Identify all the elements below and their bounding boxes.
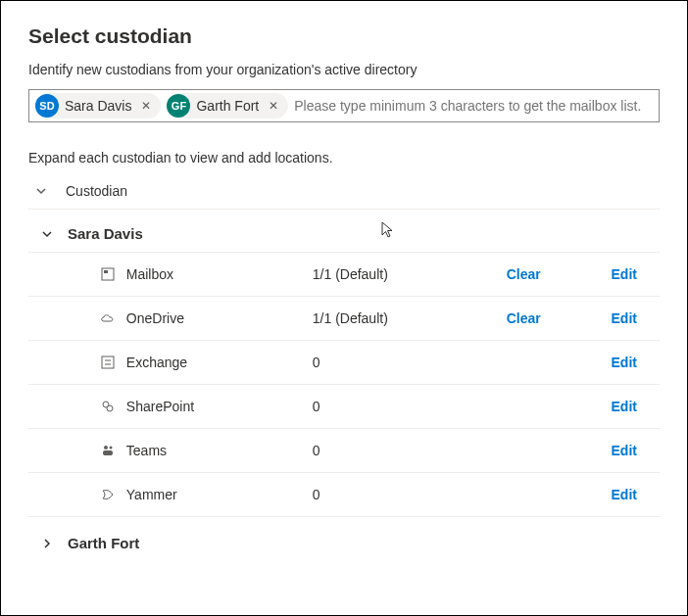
mailbox-icon xyxy=(99,267,117,281)
svg-point-6 xyxy=(109,447,112,450)
yammer-icon xyxy=(99,488,117,501)
expand-hint: Expand each custodian to view and add lo… xyxy=(28,150,660,166)
cursor-icon xyxy=(381,221,395,242)
onedrive-icon xyxy=(99,312,117,324)
svg-rect-7 xyxy=(103,450,113,455)
custodian-name: Garth Fort xyxy=(68,535,139,551)
location-label: SharePoint xyxy=(126,399,313,414)
location-count: 1/1 (Default) xyxy=(313,310,507,326)
page-title: Select custodian xyxy=(28,24,660,48)
column-header-custodian: Custodian xyxy=(66,183,127,199)
edit-button[interactable]: Edit xyxy=(612,310,660,326)
svg-rect-0 xyxy=(102,268,114,280)
edit-button[interactable]: Edit xyxy=(612,443,660,458)
custodian-chip[interactable]: GF Garth Fort ✕ xyxy=(167,93,288,118)
svg-rect-2 xyxy=(102,356,114,368)
svg-rect-1 xyxy=(104,270,108,273)
close-icon[interactable]: ✕ xyxy=(137,99,155,113)
location-label: Yammer xyxy=(126,487,313,502)
location-row-teams: Teams 0 Edit xyxy=(28,429,660,473)
custodian-row-sara-davis[interactable]: Sara Davis xyxy=(28,210,660,253)
chevron-down-icon[interactable] xyxy=(34,184,48,198)
close-icon[interactable]: ✕ xyxy=(265,99,282,113)
location-count: 0 xyxy=(313,487,507,502)
custodian-search-box[interactable]: SD Sara Davis ✕ GF Garth Fort ✕ xyxy=(28,89,660,122)
location-count: 0 xyxy=(313,355,507,370)
location-row-sharepoint: SharePoint 0 Edit xyxy=(28,385,660,429)
svg-point-4 xyxy=(107,405,113,411)
avatar: GF xyxy=(167,94,190,118)
sharepoint-icon xyxy=(99,400,117,413)
location-row-yammer: Yammer 0 Edit xyxy=(28,473,660,517)
location-label: Teams xyxy=(126,443,313,458)
location-label: Exchange xyxy=(126,355,313,370)
location-row-onedrive: OneDrive 1/1 (Default) Clear Edit xyxy=(28,297,660,341)
teams-icon xyxy=(99,444,117,457)
location-label: Mailbox xyxy=(126,266,313,282)
table-header: Custodian xyxy=(28,183,660,210)
location-count: 0 xyxy=(313,443,507,458)
clear-button[interactable]: Clear xyxy=(507,266,612,282)
location-label: OneDrive xyxy=(126,310,313,326)
edit-button[interactable]: Edit xyxy=(612,266,660,282)
location-row-mailbox: Mailbox 1/1 (Default) Clear Edit xyxy=(28,253,660,297)
edit-button[interactable]: Edit xyxy=(612,487,660,502)
edit-button[interactable]: Edit xyxy=(612,355,660,370)
location-count: 1/1 (Default) xyxy=(313,266,507,282)
edit-button[interactable]: Edit xyxy=(612,399,660,414)
chip-label: Sara Davis xyxy=(65,98,131,114)
svg-point-5 xyxy=(104,446,108,450)
custodian-row-garth-fort[interactable]: Garth Fort xyxy=(28,517,660,551)
chevron-right-icon[interactable] xyxy=(40,537,54,550)
chevron-down-icon[interactable] xyxy=(40,227,54,241)
subtitle: Identify new custodians from your organi… xyxy=(28,62,660,77)
location-row-exchange: Exchange 0 Edit xyxy=(28,341,660,385)
search-input[interactable] xyxy=(294,98,653,114)
location-count: 0 xyxy=(313,399,507,414)
custodian-chip[interactable]: SD Sara Davis ✕ xyxy=(35,93,161,118)
custodian-name: Sara Davis xyxy=(68,225,143,242)
exchange-icon xyxy=(99,355,117,369)
clear-button[interactable]: Clear xyxy=(507,310,612,326)
avatar: SD xyxy=(35,94,59,118)
chip-label: Garth Fort xyxy=(196,98,259,114)
